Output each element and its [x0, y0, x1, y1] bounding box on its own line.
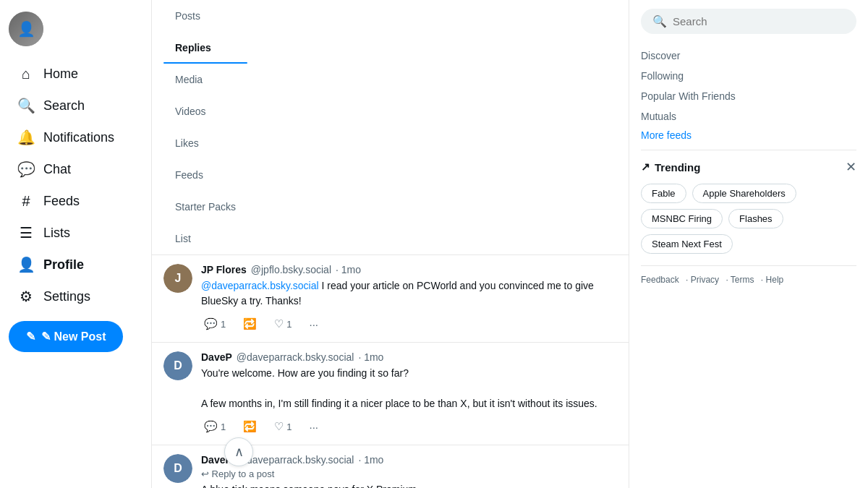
- footer-link-feedback[interactable]: Feedback: [641, 275, 679, 285]
- trending-title: ↗ Trending: [641, 160, 700, 174]
- sidebar-item-settings[interactable]: ⚙ Settings: [9, 281, 142, 312]
- sidebar-item-profile[interactable]: 👤 Profile: [9, 249, 142, 281]
- tab-feeds[interactable]: Feeds: [163, 159, 247, 191]
- post-content: DaveP @daveparrack.bsky.social · 1mo ↩ R…: [201, 454, 617, 488]
- new-post-icon: ✎: [26, 330, 35, 343]
- sidebar-item-feeds[interactable]: # Feeds: [9, 185, 142, 217]
- tab-likes[interactable]: Likes: [163, 127, 247, 159]
- post-avatar: J: [163, 264, 192, 293]
- home-icon: ⌂: [17, 65, 35, 82]
- feed-link-popular-with-friends[interactable]: Popular With Friends: [641, 86, 856, 106]
- tab-starter_packs[interactable]: Starter Packs: [163, 191, 247, 223]
- trending-tag-fable[interactable]: Fable: [641, 184, 686, 203]
- tab-list[interactable]: List: [163, 223, 247, 254]
- sidebar-label-home: Home: [43, 67, 78, 82]
- reply-button[interactable]: 💬1: [201, 417, 229, 436]
- post-header: DaveP @daveparrack.bsky.social · 1mo: [201, 454, 617, 466]
- footer-link-terms[interactable]: Terms: [731, 275, 754, 285]
- more-button[interactable]: ···: [306, 315, 321, 333]
- repost-button[interactable]: 🔁: [240, 417, 260, 436]
- post-header: DaveP @daveparrack.bsky.social · 1mo: [201, 351, 617, 363]
- post-item: D DaveP @daveparrack.bsky.social · 1mo ↩…: [152, 445, 629, 488]
- trending-tags: FableApple ShareholdersMSNBC FiringFlash…: [641, 184, 856, 254]
- more-icon: ···: [309, 421, 318, 433]
- like-icon: ♡: [274, 420, 284, 433]
- chat-icon: 💬: [17, 160, 35, 178]
- trending-tag-flashes[interactable]: Flashes: [728, 209, 783, 228]
- like-button[interactable]: ♡1: [271, 314, 294, 333]
- more-feeds-link[interactable]: More feeds: [641, 127, 856, 144]
- sidebar-item-chat[interactable]: 💬 Chat: [9, 153, 142, 185]
- post-text: A blue tick means someone pays for X Pre…: [201, 482, 617, 488]
- feed-links-section: DiscoverFollowingPopular With FriendsMut…: [641, 46, 856, 144]
- lists-icon: ☰: [17, 224, 35, 241]
- post-time: · 1mo: [336, 264, 361, 275]
- post-handle: @daveparrack.bsky.social: [237, 454, 354, 466]
- post-time: · 1mo: [358, 454, 383, 466]
- search-input[interactable]: [673, 15, 845, 27]
- reply-indicator: ↩ Reply to a post: [201, 468, 617, 479]
- search-bar[interactable]: 🔍: [641, 9, 856, 34]
- feed-link-discover[interactable]: Discover: [641, 46, 856, 66]
- sidebar-item-search[interactable]: 🔍 Search: [9, 90, 142, 121]
- like-button[interactable]: ♡1: [271, 417, 294, 436]
- post-avatar: D: [163, 454, 192, 483]
- feeds-icon: #: [17, 192, 35, 210]
- sidebar-label-chat: Chat: [43, 162, 71, 177]
- sidebar-label-search: Search: [43, 98, 85, 114]
- post-time: · 1mo: [358, 351, 383, 363]
- tab-replies[interactable]: Replies: [163, 32, 247, 64]
- search-icon: 🔍: [17, 97, 35, 114]
- trending-header: ↗ Trending ✕: [641, 159, 856, 175]
- sidebar-label-feeds: Feeds: [43, 194, 80, 209]
- right-sidebar: 🔍 DiscoverFollowingPopular With FriendsM…: [629, 0, 868, 488]
- post-item: D DaveP @daveparrack.bsky.social · 1mo Y…: [152, 343, 629, 445]
- avatar-image: D: [163, 351, 192, 380]
- tab-media[interactable]: Media: [163, 64, 247, 95]
- footer-link-privacy[interactable]: Privacy: [691, 275, 719, 285]
- sidebar-label-lists: Lists: [43, 226, 70, 241]
- sidebar-item-notifications[interactable]: 🔔 Notifications: [9, 121, 142, 153]
- more-button[interactable]: ···: [306, 418, 321, 436]
- avatar-image: D: [163, 454, 192, 483]
- post-content: DaveP @daveparrack.bsky.social · 1mo You…: [201, 351, 617, 436]
- trending-tag-apple-shareholders[interactable]: Apple Shareholders: [692, 184, 796, 203]
- notifications-icon: 🔔: [17, 129, 35, 146]
- feed-link-following[interactable]: Following: [641, 66, 856, 86]
- repost-button[interactable]: 🔁: [240, 314, 260, 333]
- new-post-button[interactable]: ✎ ✎ New Post: [9, 321, 123, 352]
- post-actions: 💬1 🔁 ♡1 ···: [201, 417, 617, 436]
- repost-icon: 🔁: [243, 420, 257, 433]
- post-handle: @jpflo.bsky.social: [251, 264, 331, 275]
- sidebar-item-home[interactable]: ⌂ Home: [9, 58, 142, 90]
- profile-tabs: PostsRepliesMediaVideosLikesFeedsStarter…: [152, 0, 629, 255]
- scroll-top-button[interactable]: ∧: [224, 437, 253, 466]
- post-item: J JP Flores @jpflo.bsky.social · 1mo @da…: [152, 255, 629, 343]
- trending-tag-steam-next-fest[interactable]: Steam Next Fest: [641, 234, 733, 254]
- post-text: You're welcome. How are you finding it s…: [201, 366, 617, 411]
- profile-icon: 👤: [17, 256, 35, 273]
- tab-posts[interactable]: Posts: [163, 0, 247, 32]
- sidebar-item-lists[interactable]: ☰ Lists: [9, 217, 142, 249]
- settings-icon: ⚙: [17, 288, 35, 305]
- post-mention-link[interactable]: @daveparrack.bsky.social: [201, 280, 319, 291]
- footer-link-help[interactable]: Help: [766, 275, 784, 285]
- trending-tag-msnbc-firing[interactable]: MSNBC Firing: [641, 209, 723, 228]
- footer-links: Feedback · Privacy · Terms · Help: [641, 265, 856, 285]
- reply-icon: 💬: [204, 420, 218, 433]
- trending-close-button[interactable]: ✕: [846, 159, 856, 175]
- trending-icon: ↗: [641, 160, 650, 174]
- post-handle: @daveparrack.bsky.social: [237, 351, 354, 363]
- feed-link-mutuals[interactable]: Mutuals: [641, 106, 856, 127]
- new-post-label: ✎ New Post: [41, 330, 106, 343]
- post-actions: 💬1 🔁 ♡1 ···: [201, 314, 617, 333]
- more-icon: ···: [309, 318, 318, 330]
- like-icon: ♡: [274, 317, 284, 330]
- tab-videos[interactable]: Videos: [163, 95, 247, 127]
- reply-button[interactable]: 💬1: [201, 314, 229, 333]
- post-text: @daveparrack.bsky.social I read your art…: [201, 278, 617, 309]
- sidebar-label-profile: Profile: [43, 257, 84, 273]
- user-avatar[interactable]: 👤: [9, 12, 43, 46]
- trending-title-text: Trending: [655, 161, 700, 174]
- post-name: DaveP: [201, 351, 232, 363]
